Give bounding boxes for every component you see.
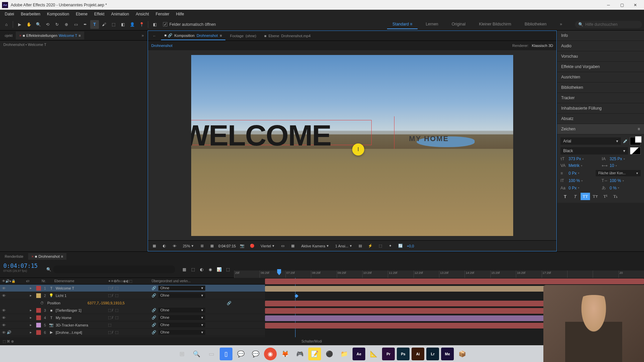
- tsume-value[interactable]: 0 %: [610, 186, 617, 190]
- taskbar-mediaencoder[interactable]: Me: [441, 348, 454, 360]
- resolution-dropdown[interactable]: Viertel ▾: [259, 243, 276, 249]
- vc-pixel[interactable]: ▤: [357, 242, 364, 250]
- orbit-tool[interactable]: ⟲: [43, 20, 52, 29]
- views-dropdown[interactable]: 1 Ansi... ▾: [333, 243, 354, 249]
- vc-roi[interactable]: ▭: [279, 242, 286, 250]
- taskbar-teams[interactable]: 💬: [234, 348, 247, 360]
- vc-eye[interactable]: 👁: [171, 242, 178, 250]
- menu-komposition[interactable]: Komposition: [44, 10, 72, 18]
- tl-draft3d[interactable]: ⬚: [189, 266, 197, 273]
- panel-ausrichten[interactable]: Ausrichten: [557, 72, 644, 82]
- stroke-swatch[interactable]: [630, 147, 641, 155]
- camera-dropdown[interactable]: Aktive Kamera ▾: [299, 243, 331, 249]
- layer-row-6[interactable]: 👁🔊 ▸ 6 ▶ [Drohne...t.mp4] ⬚/⬚ 🔗Ohne▾: [0, 329, 265, 336]
- panel-absatz[interactable]: Absatz: [557, 114, 644, 124]
- tab-renderliste[interactable]: Renderliste: [1, 253, 27, 260]
- panel-effekte[interactable]: Effekte und Vorgaben: [557, 62, 644, 72]
- vc-grid[interactable]: ⊞: [198, 242, 206, 250]
- exposure-value[interactable]: +0,0: [407, 244, 414, 248]
- taskbar-whatsapp[interactable]: 💬: [249, 348, 262, 360]
- font-family-dropdown[interactable]: Arial▾: [560, 137, 621, 145]
- effects-tab[interactable]: × ■ Effekteinstellungen Welcome T ≡: [16, 32, 84, 40]
- rotate-tool[interactable]: ↻: [53, 20, 61, 29]
- menu-bearbeiten[interactable]: Bearbeiten: [17, 10, 44, 18]
- bold-button[interactable]: T: [560, 193, 570, 200]
- zoom-dropdown[interactable]: 25% ▾: [181, 243, 196, 249]
- viewer-timecode[interactable]: 0:04:07:15: [218, 244, 236, 248]
- tl-frameblend[interactable]: ◐: [198, 266, 205, 273]
- superscript-button[interactable]: T¹: [601, 193, 610, 200]
- panel-info[interactable]: Info: [557, 31, 644, 41]
- workspace-kleiner[interactable]: Kleiner Bildschirm: [474, 20, 517, 29]
- panel-bibliotheken[interactable]: Bibliotheken: [557, 82, 644, 93]
- color-swatch[interactable]: [630, 137, 641, 145]
- zoom-tool[interactable]: 🔍: [34, 20, 43, 29]
- workspace-overflow[interactable]: »: [554, 20, 568, 29]
- timeline-search[interactable]: [53, 265, 175, 273]
- layer-row-5[interactable]: 👁 ▸ 5 📷 3D-Tracker-Kamera ⬚ 🔗Ohne▾: [0, 321, 265, 329]
- selection-tool[interactable]: ▶: [15, 20, 24, 29]
- maximize-button[interactable]: ▢: [615, 0, 629, 10]
- tl-moblur[interactable]: ◉: [207, 266, 214, 273]
- workspace-bibliotheken[interactable]: Bibliotheken: [519, 20, 552, 29]
- panel-inhalt[interactable]: Inhaltsbasierte Füllung: [557, 103, 644, 114]
- tl-toggle-switches[interactable]: ⬚ ⌘ ⊕: [3, 340, 14, 343]
- layer-row-4[interactable]: 👁 ▸ 4 T My Home ⬚/⬚ 🔗Ohne▾: [0, 314, 265, 321]
- clone-tool[interactable]: ⬚: [109, 20, 118, 29]
- menu-hilfe[interactable]: Hilfe: [173, 10, 187, 18]
- tab-drohnenshot[interactable]: × ■ Drohnenshot ≡: [28, 253, 67, 260]
- hscale-value[interactable]: 100 %: [610, 178, 621, 183]
- panel-vorschau[interactable]: Vorschau: [557, 51, 644, 62]
- font-style-dropdown[interactable]: Black▾: [560, 147, 628, 155]
- vc-3d[interactable]: ⬚: [377, 242, 384, 250]
- brush-tool[interactable]: 🖌: [100, 20, 108, 29]
- taskbar-photoshop[interactable]: Ps: [397, 348, 410, 360]
- tl-expand[interactable]: ⬚: [224, 266, 231, 273]
- comp-tab-footage[interactable]: Footage (ohne): [227, 32, 260, 40]
- close-button[interactable]: ✕: [629, 0, 642, 10]
- kerning-value[interactable]: Metrik: [569, 163, 580, 168]
- tl-comp-mini[interactable]: ▦: [180, 266, 188, 273]
- composition-viewer[interactable]: Aktive Kamera WELCOME MY HOME I: [148, 50, 556, 240]
- menu-ebene[interactable]: Ebene: [72, 10, 91, 18]
- vc-render[interactable]: ✦: [387, 242, 394, 250]
- help-search[interactable]: 🔍 Hilfe durchsuchen: [575, 21, 642, 28]
- workspace-standard[interactable]: Standard ≡: [387, 20, 418, 29]
- menu-animation[interactable]: Animation: [108, 10, 132, 18]
- vc-alpha[interactable]: ▦: [151, 242, 158, 250]
- vc-fast[interactable]: ⚡: [367, 242, 374, 250]
- vscale-value[interactable]: 100 %: [569, 178, 580, 183]
- start-button[interactable]: ⊞: [175, 348, 188, 360]
- text-tool[interactable]: T: [90, 20, 99, 29]
- project-tab-overflow[interactable]: ojekt: [1, 32, 16, 40]
- myhome-text-layer[interactable]: MY HOME: [409, 134, 449, 143]
- panel-tracker[interactable]: Tracker: [557, 93, 644, 103]
- taskbar-illustrator[interactable]: Ai: [412, 348, 424, 360]
- roto-tool[interactable]: 👤: [128, 20, 137, 29]
- leading-value[interactable]: 325 Px: [610, 157, 622, 161]
- font-size-value[interactable]: 373 Px: [569, 157, 581, 161]
- track-row-1[interactable]: [265, 278, 644, 285]
- taskbar-obs[interactable]: ⚫: [323, 348, 336, 360]
- tracking-value[interactable]: 10: [610, 163, 614, 168]
- time-ruler[interactable]: 29f 06:29f 07:29f 08:29f 09:29f 10:29f 1…: [234, 270, 644, 278]
- comp-tab-komposition[interactable]: ■ 🔗 Komposition Drohnenshot ≡: [161, 31, 225, 40]
- vc-mask[interactable]: ◐: [161, 242, 168, 250]
- workspace-original[interactable]: Original: [446, 20, 471, 29]
- taskbar-app-3[interactable]: 🎮: [293, 348, 306, 360]
- vc-guides[interactable]: ▦: [208, 242, 216, 250]
- comp-nav-item[interactable]: Drohnenshot: [151, 44, 172, 48]
- workspace-lernen[interactable]: Lernen: [420, 20, 443, 29]
- layer-row-2[interactable]: 👁 ▸ 2 💡 Licht 1 ⬚/⬚ 🔗Ohne▾: [0, 292, 265, 299]
- home-tool[interactable]: ⌂: [2, 20, 11, 29]
- menu-datei[interactable]: Datei: [1, 10, 17, 18]
- layer-row-1[interactable]: 👁 ▸ 1 T Welcome T ⬚/⬚ 🔗Ohne▾: [0, 285, 265, 292]
- panel-overflow[interactable]: »: [140, 33, 146, 38]
- switch-modi-label[interactable]: Schalter/Modi: [302, 340, 322, 343]
- taskbar-aftereffects[interactable]: Ae: [353, 348, 365, 360]
- taskbar-premiere[interactable]: Pr: [382, 348, 395, 360]
- subscript-button[interactable]: T₁: [611, 193, 620, 200]
- tl-graph[interactable]: 📊: [215, 266, 223, 273]
- hand-tool[interactable]: ✋: [24, 20, 33, 29]
- comp-nav-back[interactable]: ←: [149, 32, 160, 40]
